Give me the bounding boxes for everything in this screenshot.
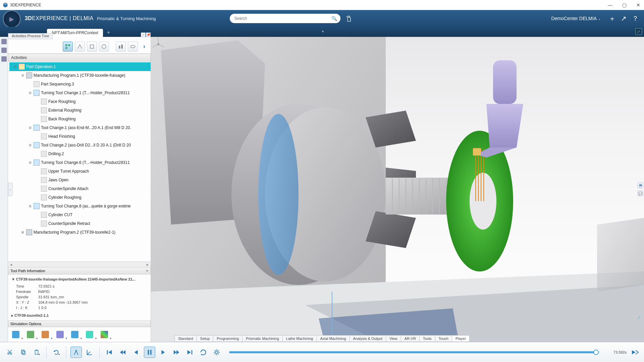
user-menu[interactable]: DemoCenter DELMIA⌄ [551, 16, 601, 21]
activities-header[interactable]: Activities [8, 54, 151, 62]
sim-btn-3[interactable]: ▾ [40, 330, 50, 339]
tree-row[interactable]: CounterSpindle Retract [9, 219, 151, 228]
copy-button[interactable] [17, 347, 29, 358]
tree-row[interactable]: ⊟Part Operation.1 [9, 62, 151, 71]
mode-tab[interactable]: Tools [420, 335, 435, 342]
document-tab[interactable]: NPT-MillTurn-PPRContext [47, 29, 103, 37]
rail-tool-2[interactable] [1, 48, 7, 53]
paste-button[interactable]: ▾ [31, 347, 42, 358]
mode-tab[interactable]: Lathe Machining [283, 335, 317, 342]
tree-row[interactable]: CounterSpindle Attach [9, 184, 151, 193]
search-icon[interactable]: 🔍 [331, 16, 337, 21]
tool-path-info-header[interactable]: Tool Path Information × [8, 267, 151, 275]
simulation-options-header[interactable]: Simulation Options [8, 320, 151, 327]
toolbar-btn-3[interactable] [87, 42, 97, 52]
3d-viewport[interactable]: ⬒ 💬 ⤢ [151, 37, 644, 342]
svg-rect-60 [150, 350, 152, 355]
panel-collapse-chevron[interactable]: ‹ [8, 183, 13, 196]
expand-toggle[interactable]: ⤢ [635, 28, 642, 35]
sim-btn-5[interactable]: ▾ [70, 330, 80, 339]
sim-btn-7[interactable]: ▾ [99, 330, 109, 339]
toolbar-btn-6[interactable] [128, 42, 138, 52]
tab-menu-chevron[interactable]: ▾ [322, 29, 324, 33]
minimize-button[interactable]: — [607, 2, 613, 8]
loop-button[interactable] [198, 347, 209, 358]
time-slider[interactable] [229, 351, 600, 353]
mode-tab[interactable]: Setup [197, 335, 214, 342]
tree-row[interactable]: Jaws Open [9, 176, 151, 184]
tool-display-button[interactable] [70, 347, 82, 358]
undo-button[interactable]: ▾ [51, 347, 62, 358]
right-tool-2[interactable]: 💬 [637, 190, 643, 196]
settings-button[interactable] [211, 347, 222, 358]
skip-start-button[interactable] [104, 347, 115, 358]
fit-view-icon[interactable]: ⤢ [636, 314, 642, 320]
mode-tab[interactable]: Standard [174, 335, 197, 342]
tree-row[interactable]: Upper Turret Approach [9, 167, 151, 176]
panel-chevron-icon[interactable]: ‹ [141, 33, 146, 37]
tree-row[interactable]: ⊟Tool Change.2 (ass-Drill D2...ll D 20 A… [9, 141, 151, 149]
new-tab-button[interactable]: + [104, 28, 113, 37]
view-triad-icon[interactable] [151, 37, 166, 52]
compass-button[interactable] [3, 10, 21, 28]
tree-row[interactable]: Head Finishing [9, 132, 151, 141]
mode-tab[interactable]: Analysis & Output [350, 335, 386, 342]
info-group-1[interactable]: ▼ CTF39-tourelle-fraisage-ImportedAsNew … [11, 277, 147, 282]
mode-tab[interactable]: Player [452, 335, 470, 342]
mode-tab[interactable]: Touch [435, 335, 452, 342]
sim-btn-4[interactable]: ▾ [55, 330, 65, 339]
pause-button[interactable] [144, 347, 155, 358]
tree-row[interactable]: ⊟Tool Change.1 (ass-End-M...20 A.1 (End … [9, 123, 151, 132]
sim-btn-6[interactable]: ▾ [85, 330, 95, 339]
mode-tab[interactable]: View [386, 335, 401, 342]
toolbar-btn-tree-view[interactable] [63, 42, 73, 52]
toolbar-btn-2[interactable] [75, 42, 85, 52]
sim-btn-1[interactable]: ▾ [11, 330, 21, 339]
process-tree[interactable]: ⊟Part Operation.1⊟Manufacturing Program.… [8, 62, 151, 262]
toolbar-btn-5[interactable] [116, 42, 126, 52]
tree-row[interactable]: ⊟Turning Tool Change.6 (T...-Holder_Prod… [9, 158, 151, 167]
sim-btn-2[interactable]: ▾ [25, 330, 36, 339]
mode-tab[interactable]: Prismatic Machining [243, 335, 282, 342]
mode-tab[interactable]: Axial Machining [317, 335, 350, 342]
step-forward-button[interactable] [171, 347, 182, 358]
tree-row[interactable]: Part Sequencing.3 [9, 80, 151, 88]
search-input[interactable] [230, 14, 340, 23]
rail-tool-3[interactable] [1, 56, 7, 62]
tree-row[interactable]: Drilling.2 [9, 149, 151, 158]
tree-row[interactable]: ⊞Manufacturing Program.2 (CTF39-tourelle… [9, 228, 151, 237]
rail-tool-1[interactable] [1, 39, 7, 44]
tree-row[interactable]: ⊟Turning Tool Change.8 (as...quette à go… [9, 202, 151, 210]
info-close-icon[interactable]: × [146, 268, 148, 273]
coord-display-button[interactable] [84, 347, 95, 358]
frame-back-button[interactable] [130, 347, 142, 358]
tree-row[interactable]: Cylinder CUT [9, 210, 151, 219]
tree-row[interactable]: ⊟Manufacturing Program.1 (CTF39-tourelle… [9, 71, 151, 80]
share-button[interactable]: ↗ [621, 14, 627, 22]
jump-to-end-button[interactable] [630, 347, 640, 357]
tree-row[interactable]: Face Roughing [9, 97, 151, 106]
play-button[interactable] [157, 347, 169, 358]
panel-tab-label[interactable]: Activities Process Tree [8, 33, 53, 39]
toolbar-btn-4[interactable] [99, 42, 109, 52]
add-button[interactable]: ＋ [609, 14, 615, 23]
right-tool-1[interactable]: ⬒ [637, 182, 643, 188]
panel-pin-icon[interactable]: 📌 [146, 33, 151, 37]
tree-row[interactable]: Back Roughing [9, 115, 151, 123]
close-button[interactable]: ✕ [635, 2, 641, 8]
info-group-2[interactable]: ▸ CTF39-tourelle2-1.1 [11, 313, 147, 318]
help-button[interactable]: ？ [632, 14, 639, 23]
tree-row[interactable]: ⊟Turning Tool Change.1 (T...-Holder_Prod… [9, 88, 151, 97]
cut-button[interactable] [4, 347, 15, 358]
step-back-button[interactable] [117, 347, 128, 358]
mode-tab[interactable]: Programming [213, 335, 243, 342]
search-box[interactable]: 🔍 [230, 14, 340, 23]
tree-row[interactable]: Cylinder Roughing [9, 193, 151, 202]
maximize-button[interactable]: ▢ [621, 2, 627, 8]
tree-horizontal-scrollbar[interactable]: ◄► [8, 262, 151, 267]
toolbar-more-arrow[interactable]: › [140, 42, 149, 52]
skip-end-button[interactable] [184, 347, 196, 358]
mode-tab[interactable]: AR-VR [401, 335, 420, 342]
tree-row[interactable]: External Roughing [9, 106, 151, 115]
tag-icon[interactable]: 🏷 [344, 15, 352, 22]
